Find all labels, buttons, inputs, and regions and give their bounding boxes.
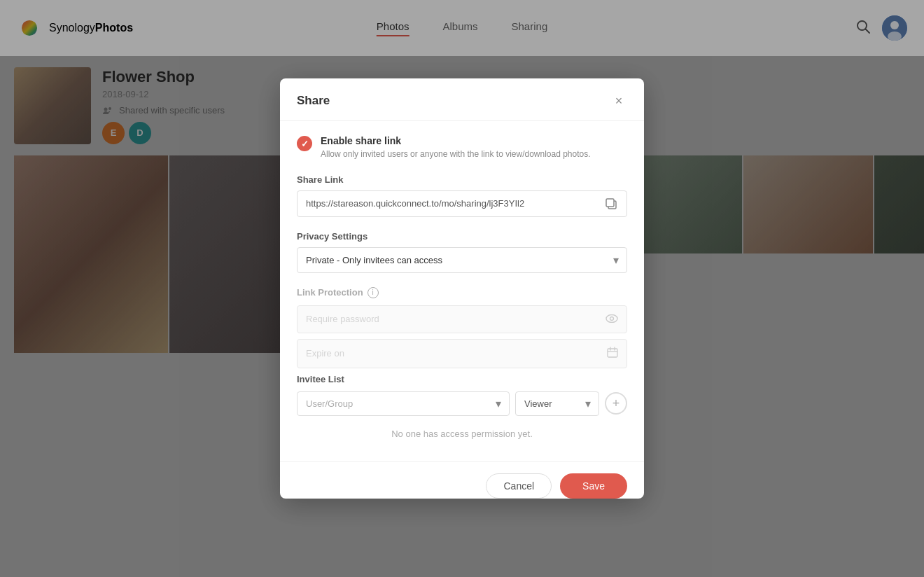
svg-point-11 xyxy=(610,317,614,320)
modal-title: Share xyxy=(297,94,330,108)
share-modal: Share × ✓ Enable share link Allow only i… xyxy=(280,78,644,499)
checkmark-icon: ✓ xyxy=(301,139,309,149)
share-link-field: https://stareason.quickconnect.to/mo/sha… xyxy=(297,190,627,217)
privacy-select[interactable]: Private - Only invitees can accessPublic… xyxy=(297,247,627,273)
link-protection-section: Link Protection i xyxy=(297,287,627,298)
link-protection-label-text: Link Protection xyxy=(297,287,363,298)
calendar-icon[interactable] xyxy=(607,347,618,361)
svg-rect-12 xyxy=(608,349,617,357)
invitee-row: User/Group ▾ ViewerEditor ▾ + xyxy=(297,391,627,416)
expire-input[interactable] xyxy=(306,348,607,359)
user-group-select[interactable]: User/Group xyxy=(297,391,510,416)
role-select[interactable]: ViewerEditor xyxy=(515,391,599,416)
share-link-url: https://stareason.quickconnect.to/mo/sha… xyxy=(306,198,604,209)
save-button[interactable]: Save xyxy=(560,473,627,499)
share-link-label: Share Link xyxy=(297,174,627,185)
cancel-button[interactable]: Cancel xyxy=(486,473,552,499)
role-select-wrapper: ViewerEditor ▾ xyxy=(515,391,599,416)
password-input-row xyxy=(297,305,627,333)
svg-rect-9 xyxy=(606,199,614,207)
expire-input-row xyxy=(297,339,627,368)
modal-footer: Cancel Save xyxy=(280,461,644,499)
enable-share-label: Enable share link xyxy=(321,135,591,146)
enable-share-description: Allow only invited users or anyone with … xyxy=(321,148,591,160)
modal-overlay: Share × ✓ Enable share link Allow only i… xyxy=(0,0,924,577)
password-input[interactable] xyxy=(306,314,606,324)
copy-link-button[interactable] xyxy=(604,197,618,211)
no-access-text: No one has access permission yet. xyxy=(297,423,627,447)
modal-close-button[interactable]: × xyxy=(610,92,627,109)
password-visibility-icon[interactable] xyxy=(606,313,618,326)
add-invitee-button[interactable]: + xyxy=(605,392,627,415)
enable-share-text: Enable share link Allow only invited use… xyxy=(321,135,591,160)
privacy-settings-label: Privacy Settings xyxy=(297,231,627,242)
modal-header: Share × xyxy=(280,78,644,121)
modal-body: ✓ Enable share link Allow only invited u… xyxy=(280,121,644,461)
svg-point-10 xyxy=(606,314,617,322)
user-group-select-wrapper: User/Group ▾ xyxy=(297,391,510,416)
privacy-select-wrapper: Private - Only invitees can accessPublic… xyxy=(297,247,627,273)
invitee-list-label: Invitee List xyxy=(297,374,627,384)
enable-share-row: ✓ Enable share link Allow only invited u… xyxy=(297,135,627,160)
link-protection-info-icon[interactable]: i xyxy=(368,287,379,298)
enable-share-checkbox[interactable]: ✓ xyxy=(297,136,312,151)
